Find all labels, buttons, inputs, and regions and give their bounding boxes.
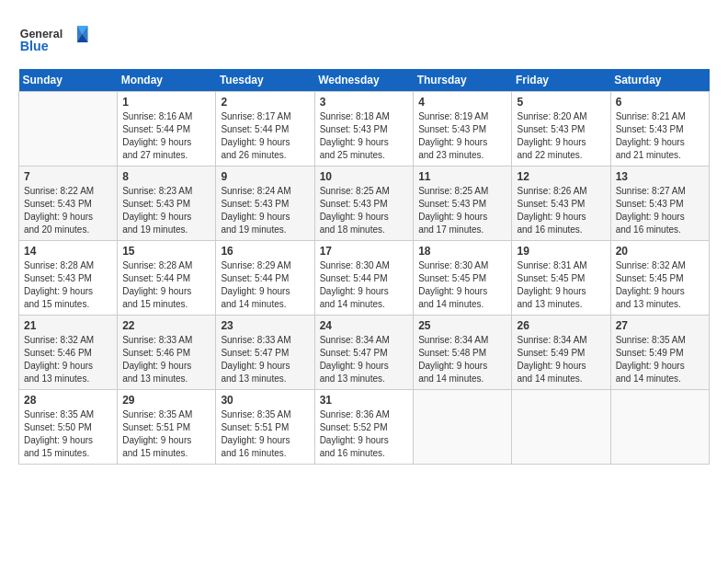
day-info: Sunrise: 8:34 AM Sunset: 5:49 PM Dayligh…: [517, 334, 605, 385]
day-info: Sunrise: 8:34 AM Sunset: 5:47 PM Dayligh…: [320, 334, 409, 385]
calendar-cell: 24Sunrise: 8:34 AM Sunset: 5:47 PM Dayli…: [314, 316, 414, 390]
day-info: Sunrise: 8:28 AM Sunset: 5:43 PM Dayligh…: [24, 259, 112, 311]
day-info: Sunrise: 8:23 AM Sunset: 5:43 PM Dayligh…: [122, 185, 210, 236]
calendar-cell: 15Sunrise: 8:28 AM Sunset: 5:44 PM Dayli…: [118, 241, 216, 316]
calendar-cell: 19Sunrise: 8:31 AM Sunset: 5:45 PM Dayli…: [512, 241, 610, 316]
calendar-week-row: 1Sunrise: 8:16 AM Sunset: 5:44 PM Daylig…: [19, 92, 710, 167]
day-number: 10: [320, 170, 409, 183]
day-info: Sunrise: 8:20 AM Sunset: 5:43 PM Dayligh…: [517, 110, 605, 162]
day-number: 6: [616, 96, 704, 109]
day-number: 21: [24, 319, 112, 332]
calendar-cell: 7Sunrise: 8:22 AM Sunset: 5:43 PM Daylig…: [19, 167, 118, 241]
weekday-header-wednesday: Wednesday: [314, 69, 414, 92]
day-info: Sunrise: 8:36 AM Sunset: 5:52 PM Dayligh…: [320, 408, 409, 460]
calendar-week-row: 28Sunrise: 8:35 AM Sunset: 5:50 PM Dayli…: [19, 390, 710, 465]
calendar-cell: [19, 92, 118, 167]
day-info: Sunrise: 8:34 AM Sunset: 5:48 PM Dayligh…: [418, 334, 506, 385]
day-number: 22: [122, 319, 210, 332]
calendar-cell: 31Sunrise: 8:36 AM Sunset: 5:52 PM Dayli…: [314, 390, 414, 465]
day-info: Sunrise: 8:28 AM Sunset: 5:44 PM Dayligh…: [122, 259, 210, 311]
day-info: Sunrise: 8:24 AM Sunset: 5:43 PM Dayligh…: [221, 185, 309, 236]
day-number: 15: [122, 245, 210, 258]
weekday-header-sunday: Sunday: [19, 69, 118, 92]
day-number: 31: [320, 394, 409, 407]
weekday-header-monday: Monday: [118, 69, 216, 92]
calendar-cell: 28Sunrise: 8:35 AM Sunset: 5:50 PM Dayli…: [19, 390, 118, 465]
day-number: 3: [320, 96, 409, 109]
weekday-header-saturday: Saturday: [610, 69, 709, 92]
calendar-cell: [414, 390, 512, 465]
calendar-cell: 22Sunrise: 8:33 AM Sunset: 5:46 PM Dayli…: [118, 316, 216, 390]
day-number: 12: [517, 170, 605, 183]
weekday-header-row: SundayMondayTuesdayWednesdayThursdayFrid…: [19, 69, 710, 92]
day-info: Sunrise: 8:19 AM Sunset: 5:43 PM Dayligh…: [418, 110, 506, 162]
calendar-cell: 5Sunrise: 8:20 AM Sunset: 5:43 PM Daylig…: [512, 92, 610, 167]
day-number: 13: [616, 170, 704, 183]
calendar-week-row: 7Sunrise: 8:22 AM Sunset: 5:43 PM Daylig…: [19, 167, 710, 241]
calendar-cell: 1Sunrise: 8:16 AM Sunset: 5:44 PM Daylig…: [118, 92, 216, 167]
calendar-cell: 2Sunrise: 8:17 AM Sunset: 5:44 PM Daylig…: [216, 92, 314, 167]
calendar-cell: 18Sunrise: 8:30 AM Sunset: 5:45 PM Dayli…: [414, 241, 512, 316]
day-info: Sunrise: 8:35 AM Sunset: 5:51 PM Dayligh…: [221, 408, 309, 460]
day-number: 11: [418, 170, 506, 183]
day-number: 1: [122, 96, 210, 109]
weekday-header-thursday: Thursday: [414, 69, 512, 92]
day-number: 19: [517, 245, 605, 258]
day-info: Sunrise: 8:33 AM Sunset: 5:47 PM Dayligh…: [221, 334, 309, 385]
weekday-header-friday: Friday: [512, 69, 610, 92]
calendar-cell: 26Sunrise: 8:34 AM Sunset: 5:49 PM Dayli…: [512, 316, 610, 390]
calendar-cell: 6Sunrise: 8:21 AM Sunset: 5:43 PM Daylig…: [610, 92, 709, 167]
calendar-cell: 21Sunrise: 8:32 AM Sunset: 5:46 PM Dayli…: [19, 316, 118, 390]
day-info: Sunrise: 8:33 AM Sunset: 5:46 PM Dayligh…: [122, 334, 210, 385]
calendar-table: SundayMondayTuesdayWednesdayThursdayFrid…: [18, 69, 710, 465]
calendar-cell: 30Sunrise: 8:35 AM Sunset: 5:51 PM Dayli…: [216, 390, 314, 465]
calendar-cell: 20Sunrise: 8:32 AM Sunset: 5:45 PM Dayli…: [610, 241, 709, 316]
day-number: 29: [122, 394, 210, 407]
calendar-week-row: 14Sunrise: 8:28 AM Sunset: 5:43 PM Dayli…: [19, 241, 710, 316]
calendar-cell: 10Sunrise: 8:25 AM Sunset: 5:43 PM Dayli…: [314, 167, 414, 241]
day-info: Sunrise: 8:32 AM Sunset: 5:45 PM Dayligh…: [616, 259, 704, 311]
day-info: Sunrise: 8:25 AM Sunset: 5:43 PM Dayligh…: [320, 185, 409, 236]
calendar-cell: 13Sunrise: 8:27 AM Sunset: 5:43 PM Dayli…: [610, 167, 709, 241]
day-number: 4: [418, 96, 506, 109]
day-number: 2: [221, 96, 309, 109]
calendar-cell: 16Sunrise: 8:29 AM Sunset: 5:44 PM Dayli…: [216, 241, 314, 316]
day-info: Sunrise: 8:35 AM Sunset: 5:51 PM Dayligh…: [122, 408, 210, 460]
day-number: 17: [320, 245, 409, 258]
calendar-cell: 17Sunrise: 8:30 AM Sunset: 5:44 PM Dayli…: [314, 241, 414, 316]
calendar-cell: 14Sunrise: 8:28 AM Sunset: 5:43 PM Dayli…: [19, 241, 118, 316]
day-info: Sunrise: 8:21 AM Sunset: 5:43 PM Dayligh…: [616, 110, 704, 162]
day-number: 26: [517, 319, 605, 332]
day-number: 7: [24, 170, 112, 183]
header: General Blue: [18, 18, 710, 60]
day-info: Sunrise: 8:18 AM Sunset: 5:43 PM Dayligh…: [320, 110, 409, 162]
day-info: Sunrise: 8:35 AM Sunset: 5:50 PM Dayligh…: [24, 408, 112, 460]
day-info: Sunrise: 8:29 AM Sunset: 5:44 PM Dayligh…: [221, 259, 309, 311]
calendar-cell: 4Sunrise: 8:19 AM Sunset: 5:43 PM Daylig…: [414, 92, 512, 167]
day-number: 20: [616, 245, 704, 258]
calendar-cell: 9Sunrise: 8:24 AM Sunset: 5:43 PM Daylig…: [216, 167, 314, 241]
day-info: Sunrise: 8:26 AM Sunset: 5:43 PM Dayligh…: [517, 185, 605, 236]
day-info: Sunrise: 8:30 AM Sunset: 5:45 PM Dayligh…: [418, 259, 506, 311]
calendar-cell: [512, 390, 610, 465]
calendar-cell: 27Sunrise: 8:35 AM Sunset: 5:49 PM Dayli…: [610, 316, 709, 390]
day-number: 25: [418, 319, 506, 332]
calendar-cell: 12Sunrise: 8:26 AM Sunset: 5:43 PM Dayli…: [512, 167, 610, 241]
day-number: 8: [122, 170, 210, 183]
page: General Blue SundayMondayTuesdayWednesda…: [0, 0, 728, 563]
calendar-cell: 23Sunrise: 8:33 AM Sunset: 5:47 PM Dayli…: [216, 316, 314, 390]
weekday-header-tuesday: Tuesday: [216, 69, 314, 92]
day-info: Sunrise: 8:17 AM Sunset: 5:44 PM Dayligh…: [221, 110, 309, 162]
calendar-week-row: 21Sunrise: 8:32 AM Sunset: 5:46 PM Dayli…: [19, 316, 710, 390]
calendar-cell: [610, 390, 709, 465]
day-number: 14: [24, 245, 112, 258]
day-info: Sunrise: 8:32 AM Sunset: 5:46 PM Dayligh…: [24, 334, 112, 385]
logo: General Blue: [18, 18, 92, 60]
day-info: Sunrise: 8:31 AM Sunset: 5:45 PM Dayligh…: [517, 259, 605, 311]
day-number: 27: [616, 319, 704, 332]
calendar-cell: 11Sunrise: 8:25 AM Sunset: 5:43 PM Dayli…: [414, 167, 512, 241]
day-number: 9: [221, 170, 309, 183]
day-number: 18: [418, 245, 506, 258]
day-info: Sunrise: 8:22 AM Sunset: 5:43 PM Dayligh…: [24, 185, 112, 236]
logo-svg: General Blue: [18, 18, 92, 60]
